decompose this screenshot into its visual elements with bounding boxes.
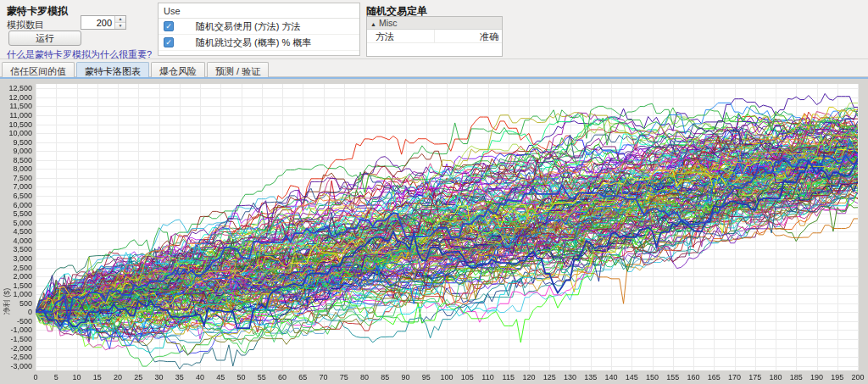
y-tick-label: 4,000: [0, 237, 32, 245]
y-tick-label: -3,000: [0, 362, 32, 370]
simulation-paths-canvas: [0, 77, 868, 384]
y-tick-label: -1,500: [0, 335, 32, 343]
y-tick-label: 11,500: [0, 102, 32, 110]
y-tick-label: 10,000: [0, 129, 32, 137]
y-tick-label: 7,000: [0, 182, 32, 191]
x-tick-label: 5: [45, 373, 67, 381]
x-tick-label: 10: [66, 373, 88, 381]
y-tick-label: 1,000: [0, 290, 32, 298]
y-tick-label: 6,500: [0, 192, 32, 200]
x-tick-label: 110: [477, 373, 499, 381]
y-tick-label: 5,000: [0, 219, 32, 227]
property-name-cell: 方法: [367, 30, 435, 42]
y-tick-label: 9,000: [0, 147, 32, 155]
use-option-label: 随机交易使用 (方法) 方法: [196, 20, 300, 33]
use-option-row: ✓随机跳过交易 (概率) % 概率: [159, 35, 359, 51]
tab-forecast-validation[interactable]: 预测 / 验证: [207, 62, 269, 77]
monte-carlo-simulation-window: 蒙特卡罗模拟 模拟数目 200 ▲ ▼ 运行 什么是蒙特卡罗模拟为什么很重要? …: [0, 0, 868, 384]
y-tick-label: 12,000: [0, 93, 32, 102]
x-tick-label: 60: [271, 373, 293, 381]
x-tick-label: 190: [806, 373, 828, 381]
y-tick-label: 2,000: [0, 272, 32, 281]
what-is-monte-carlo-link[interactable]: 什么是蒙特卡罗模拟为什么很重要?: [7, 48, 152, 61]
y-tick-label: 3,500: [0, 245, 32, 253]
simulation-count-label: 模拟数目: [7, 19, 44, 31]
y-tick-label: 9,500: [0, 138, 32, 147]
x-tick-label: 170: [724, 373, 746, 381]
x-tick-label: 0: [25, 373, 47, 381]
y-tick-label: 12,500: [0, 84, 32, 92]
use-option-row: ✓随机交易使用 (方法) 方法: [159, 19, 359, 35]
tab-confidence-interval-values[interactable]: 信任区间的值: [2, 62, 75, 77]
checkbox-random-skip-trades[interactable]: ✓: [164, 37, 174, 47]
spinner-buttons: ▲ ▼: [114, 16, 125, 29]
x-tick-label: 70: [313, 373, 335, 381]
x-tick-label: 140: [600, 373, 622, 381]
y-tick-label: 500: [0, 299, 32, 308]
run-button[interactable]: 运行: [8, 31, 81, 46]
y-tick-label: 5,500: [0, 209, 32, 218]
x-tick-label: 155: [662, 373, 684, 381]
header-panel: 蒙特卡罗模拟 模拟数目 200 ▲ ▼ 运行 什么是蒙特卡罗模拟为什么很重要? …: [0, 0, 868, 59]
monte-carlo-chart: 净利 ($) 051015202530354045505560657075808…: [0, 77, 868, 384]
y-tick-label: 7,500: [0, 174, 32, 182]
x-tick-label: 175: [744, 373, 766, 381]
y-tick-label: 3,000: [0, 254, 32, 263]
random-orders-grid: ▲Misc 方法准确: [366, 16, 503, 57]
x-tick-label: 35: [169, 373, 191, 381]
x-tick-label: 20: [107, 373, 129, 381]
tab-ruin-risk[interactable]: 爆仓风险: [151, 62, 205, 77]
use-options-panel: Use ✓随机交易使用 (方法) 方法✓随机跳过交易 (概率) % 概率: [158, 3, 360, 56]
use-option-label: 随机跳过交易 (概率) % 概率: [196, 36, 311, 49]
property-value-cell[interactable]: 准确: [435, 30, 503, 42]
x-tick-label: 100: [436, 373, 458, 381]
x-tick-label: 165: [703, 373, 725, 381]
checkbox-random-trades-method[interactable]: ✓: [164, 21, 174, 31]
y-tick-label: 2,500: [0, 264, 32, 272]
spinner-up-icon[interactable]: ▲: [115, 16, 125, 22]
y-tick-label: 8,500: [0, 156, 32, 164]
x-tick-label: 95: [415, 373, 437, 381]
orders-property-row[interactable]: 方法准确: [367, 30, 502, 43]
use-column-header: Use: [159, 3, 359, 19]
x-tick-label: 75: [333, 373, 355, 381]
x-tick-label: 30: [148, 373, 170, 381]
x-tick-label: 180: [765, 373, 787, 381]
x-tick-label: 145: [620, 373, 643, 381]
y-tick-label: 0: [0, 308, 32, 316]
y-tick-label: 8,000: [0, 164, 32, 173]
orders-rows: 方法准确: [367, 30, 502, 43]
x-tick-label: 90: [395, 373, 417, 381]
tab-bar: 信任区间的值蒙特卡洛图表爆仓风险预测 / 验证: [0, 60, 868, 77]
spinner-down-icon[interactable]: ▼: [115, 22, 125, 29]
x-tick-label: 25: [127, 373, 149, 381]
x-tick-label: 135: [580, 373, 602, 381]
y-tick-label: -500: [0, 317, 32, 326]
x-tick-label: 50: [231, 373, 253, 381]
x-tick-label: 85: [374, 373, 396, 381]
x-tick-label: 195: [826, 373, 849, 381]
misc-group-row[interactable]: ▲Misc: [367, 17, 502, 30]
x-tick-label: 150: [642, 373, 664, 381]
x-tick-label: 200: [847, 373, 868, 381]
x-tick-label: 125: [538, 373, 560, 381]
x-tick-label: 45: [209, 373, 231, 381]
y-tick-label: 10,500: [0, 120, 32, 129]
x-tick-label: 120: [518, 373, 540, 381]
x-tick-label: 40: [189, 373, 211, 381]
page-title: 蒙特卡罗模拟: [7, 4, 68, 19]
misc-group-label: Misc: [379, 18, 398, 28]
x-tick-label: 65: [292, 373, 314, 381]
tab-monte-carlo-chart[interactable]: 蒙特卡洛图表: [76, 62, 149, 77]
collapse-triangle-icon: ▲: [370, 21, 376, 27]
chart-top-accent: [0, 77, 868, 79]
x-tick-label: 105: [456, 373, 478, 381]
y-tick-label: -1,000: [0, 326, 32, 334]
x-tick-label: 115: [498, 373, 520, 381]
x-tick-label: 80: [353, 373, 376, 381]
x-tick-label: 185: [785, 373, 807, 381]
simulation-count-value[interactable]: 200: [81, 16, 114, 29]
y-tick-label: 1,500: [0, 281, 32, 290]
y-tick-label: 11,000: [0, 111, 32, 120]
simulation-count-spinner[interactable]: 200 ▲ ▼: [81, 15, 126, 30]
